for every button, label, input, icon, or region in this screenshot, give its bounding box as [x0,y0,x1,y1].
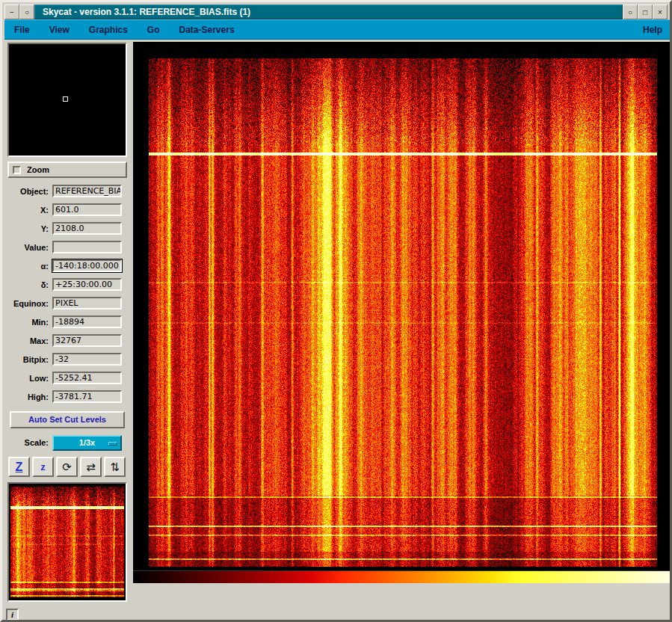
status-info-icon[interactable]: i [6,609,19,621]
object-label: Object: [4,187,52,196]
value-field[interactable] [52,241,122,253]
zoom-window-button[interactable]: Z [8,457,30,477]
flip-x-icon: ⇄ [86,461,96,474]
auto-set-cut-levels-button[interactable]: Auto Set Cut Levels [10,411,125,428]
object-field[interactable]: REFERENCE_BIAS [52,185,122,197]
titlebar[interactable]: − ○ Skycat - version 3.1.1: REFERENCE_BI… [4,4,668,19]
info-row-dec: δ: +25:30:00.00 [4,275,133,294]
zoom-view [7,43,127,157]
window-iconify-icon[interactable]: ○ [623,4,638,19]
zoom-frame: Zoom [7,161,127,178]
high-label: High: [4,392,52,401]
min-label: Min: [4,318,52,327]
rotate-icon: ⟳ [62,461,72,474]
pan-thumbnail-canvas[interactable] [10,487,124,597]
zoom-checkbox[interactable] [13,166,21,174]
info-row-x: X: 601.0 [4,200,133,219]
zoom-dot-label: z [40,461,46,472]
image-toolbar: Z z ⟳ ⇄ ⇅ [8,457,126,477]
menu-view[interactable]: View [40,20,79,39]
ra-field[interactable]: -140:18:00.000 [52,259,122,272]
window-minimize-icon[interactable]: − [4,4,19,19]
image-viewport[interactable] [133,42,672,570]
scale-value: 1/3x [79,438,95,447]
zoom-checkbox-label: Zoom [27,165,49,174]
bitpix-label: Bitpix: [4,355,52,364]
window-close-icon[interactable]: × [653,4,668,19]
flip-y-icon: ⇅ [110,461,120,474]
zoom-cursor-marker [63,96,68,102]
menu-graphics[interactable]: Graphics [79,20,138,39]
x-field[interactable]: 601.0 [52,203,122,216]
bitpix-field[interactable]: -32 [52,353,122,366]
dropdown-indicator-icon [108,442,117,446]
info-row-equinox: Equinox: PIXEL [4,294,133,312]
window-menu-icon[interactable]: ○ [19,4,34,19]
scale-dropdown[interactable]: 1/3x [52,435,122,451]
rotate-button[interactable]: ⟳ [56,457,78,477]
max-label: Max: [4,336,52,345]
zoom-dot-button[interactable]: z [32,457,54,477]
window-maximize-icon[interactable]: □ [638,4,653,19]
y-field[interactable]: 2108.0 [52,222,122,235]
min-field[interactable]: -18894 [52,315,122,328]
info-row-y: Y: 2108.0 [4,219,133,238]
dec-field[interactable]: +25:30:00.00 [52,278,122,291]
menubar: File View Graphics Go Data-Servers Help [4,19,672,40]
window-title: Skycat - version 3.1.1: REFERENCE_BIAS.f… [34,4,623,19]
x-label: X: [4,206,52,215]
scale-row: Scale: 1/3x [4,434,133,451]
menu-go[interactable]: Go [138,20,170,39]
flip-x-button[interactable]: ⇄ [80,457,102,477]
menu-help[interactable]: Help [633,20,672,39]
max-field[interactable]: 32767 [52,334,122,347]
low-field[interactable]: -5252.41 [52,372,122,384]
scale-label: Scale: [4,438,52,447]
flip-y-button[interactable]: ⇅ [104,457,126,477]
low-label: Low: [4,374,52,383]
ra-label: α: [4,262,52,271]
left-panel: Zoom Object: REFERENCE_BIAS X: 601.0 Y: … [4,40,133,622]
equinox-field[interactable]: PIXEL [52,297,122,310]
high-field[interactable]: -3781.71 [52,390,122,403]
pan-window[interactable] [7,482,127,602]
info-row-low: Low: -5252.41 [4,369,133,387]
info-row-bitpix: Bitpix: -32 [4,350,133,369]
info-panel: Object: REFERENCE_BIAS X: 601.0 Y: 2108.… [4,182,133,406]
info-row-value: Value: [4,238,133,256]
skycat-window: − ○ Skycat - version 3.1.1: REFERENCE_BI… [0,0,672,622]
info-row-high: High: -3781.71 [4,387,133,406]
colorbar-canvas[interactable] [133,571,672,583]
info-row-ra: α: -140:18:00.000 [4,256,133,275]
menu-file[interactable]: File [4,20,40,39]
value-label: Value: [4,243,52,252]
main-image-canvas[interactable] [149,58,657,567]
colorbar[interactable] [133,570,672,583]
menu-data-servers[interactable]: Data-Servers [170,20,244,39]
equinox-label: Equinox: [4,299,52,308]
dec-label: δ: [4,280,52,289]
y-label: Y: [4,224,52,233]
info-row-max: Max: 32767 [4,331,133,350]
info-row-object: Object: REFERENCE_BIAS [4,182,133,200]
zoom-window-label: Z [16,461,23,474]
info-row-min: Min: -18894 [4,312,133,331]
